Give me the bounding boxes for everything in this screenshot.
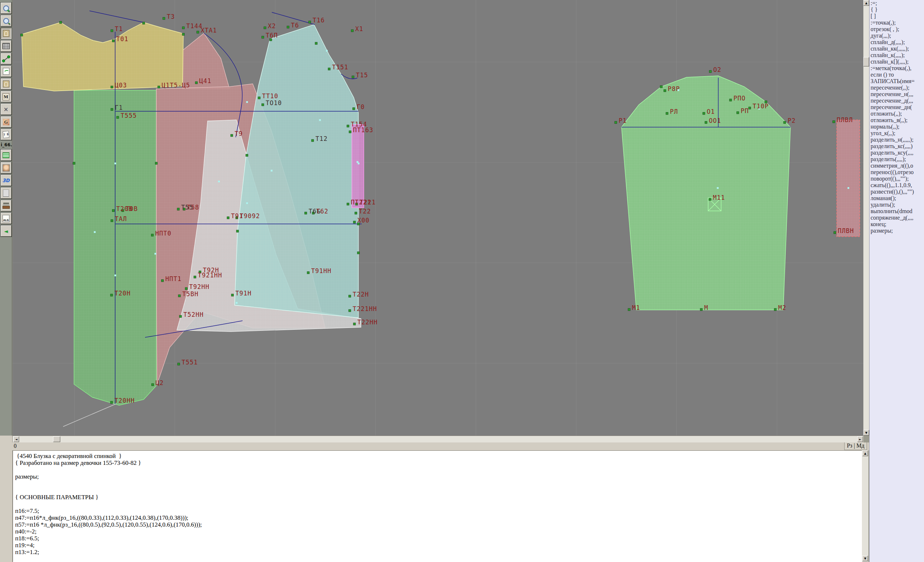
operator-item[interactable]: перенос((),отрезо bbox=[870, 169, 924, 176]
zoom-out-icon[interactable]: - bbox=[1, 15, 12, 26]
point-marker bbox=[347, 203, 349, 205]
operator-item[interactable]: дуга(,,,); bbox=[870, 33, 924, 39]
operator-item[interactable]: отложить_в(,,); bbox=[870, 117, 924, 123]
operator-item[interactable]: отложить(,,); bbox=[870, 111, 924, 117]
point-label: Т6 bbox=[291, 22, 299, 29]
export-icon[interactable]: ◄ bbox=[1, 225, 12, 237]
operator-item[interactable]: :=; bbox=[870, 0, 924, 6]
scroll-down-icon[interactable]: ▼ bbox=[863, 430, 869, 436]
books-icon[interactable] bbox=[1, 200, 12, 211]
grid-icon[interactable] bbox=[1, 41, 12, 52]
piece-right-strip[interactable] bbox=[837, 120, 860, 237]
point-label: Т9092 bbox=[240, 212, 260, 219]
operator-item[interactable]: ЗАПИСАТЬ(имя= bbox=[870, 78, 924, 84]
operator-item[interactable]: поворот((),,,""); bbox=[870, 176, 924, 182]
point-label: Т15 bbox=[356, 72, 368, 79]
editor-vscrollbar[interactable]: ▲ ▼ bbox=[862, 451, 868, 562]
point-marker bbox=[304, 212, 307, 214]
sketch-icon[interactable] bbox=[1, 66, 12, 77]
point-label: Т01 bbox=[116, 35, 129, 43]
mode-button-Мд[interactable]: Мд bbox=[856, 442, 864, 449]
preview-icon[interactable] bbox=[1, 28, 12, 39]
scroll-left-icon[interactable]: ◄ bbox=[14, 436, 19, 442]
point-marker bbox=[227, 217, 229, 219]
canvas-hscrollbar[interactable]: ◄ ► bbox=[13, 436, 863, 442]
operator-item[interactable]: разделить_кс(,,,,) bbox=[870, 143, 924, 150]
scroll-up-icon[interactable]: ▲ bbox=[863, 0, 869, 6]
alg-doc-icon[interactable]: ALG bbox=[1, 213, 12, 224]
zoom-in-icon[interactable]: + bbox=[1, 3, 12, 14]
point-label: Т22Н bbox=[352, 291, 369, 298]
editor-line: п18:=6.5; bbox=[15, 535, 861, 542]
operator-item[interactable]: :=метка(точка(,), bbox=[870, 65, 924, 72]
operator-item[interactable]: сопряжение_д(,,,, bbox=[870, 215, 924, 221]
operator-item[interactable]: отрезок( , ); bbox=[870, 26, 924, 33]
scroll-down-icon[interactable]: ▼ bbox=[862, 556, 868, 561]
operator-item[interactable]: разделить_н(,,,,,); bbox=[870, 137, 924, 143]
point-label: Ц03 bbox=[115, 82, 127, 89]
operator-item[interactable]: сплайн_к[](,,,,); bbox=[870, 59, 924, 65]
point-marker bbox=[709, 71, 711, 73]
operator-item[interactable]: сплайн_к(,,,,); bbox=[870, 52, 924, 59]
point-marker bbox=[178, 363, 180, 365]
measure-icon[interactable] bbox=[1, 53, 12, 64]
operator-item[interactable]: нормаль(,,); bbox=[870, 123, 924, 130]
mode-button-Рз[interactable]: Рз bbox=[847, 442, 852, 449]
operator-item[interactable]: сплайн_д(,,,,); bbox=[870, 39, 924, 45]
operator-item[interactable]: развести((),(),,,"") bbox=[870, 189, 924, 195]
operator-item[interactable]: удалить(); bbox=[870, 201, 924, 208]
operator-item[interactable]: пересечение_дн( bbox=[870, 104, 924, 111]
point-label: Г0 bbox=[357, 103, 364, 111]
calc-sheet-icon[interactable]: 7 8 bbox=[1, 129, 12, 140]
drawing-canvas[interactable]: Т3Т144ХТА1Т1Т01Х2Т6Т16Х1Т6ПТ151Т15Ц03Ц1Т… bbox=[13, 0, 863, 436]
operator-item[interactable]: выполнить(dmod bbox=[870, 208, 924, 215]
m-doc-icon[interactable]: M bbox=[1, 91, 12, 102]
hscroll-thumb[interactable] bbox=[53, 436, 60, 442]
point-marker bbox=[179, 315, 182, 317]
operator-item[interactable]: если () то bbox=[870, 72, 924, 78]
vscroll-thumb[interactable] bbox=[863, 57, 869, 66]
operator-item[interactable]: разделить_ксу(,,,, bbox=[870, 150, 924, 156]
canvas-vscrollbar[interactable]: ▲ ▼ bbox=[863, 0, 869, 436]
operator-item[interactable]: :=точка(,); bbox=[870, 20, 924, 26]
operator-item[interactable]: сплайн_кк(,,,,,); bbox=[870, 45, 924, 52]
cutting-tools-icon[interactable]: × bbox=[1, 104, 12, 115]
mode-toggle[interactable]: Рз | Мд bbox=[844, 442, 867, 450]
operator-item[interactable]: пересечение_н(,,, bbox=[870, 91, 924, 98]
operator-item[interactable]: пересечение_д(,,, bbox=[870, 98, 924, 104]
3d-icon[interactable]: 3D bbox=[1, 175, 12, 186]
point-marker bbox=[351, 30, 353, 32]
point-marker bbox=[163, 17, 165, 20]
piece-sleeve[interactable] bbox=[621, 76, 790, 310]
piece-back-yoke[interactable] bbox=[22, 23, 183, 91]
point-label: НПТ0 bbox=[155, 230, 171, 237]
point-label: Р8Р bbox=[668, 85, 680, 92]
editor-line bbox=[15, 480, 861, 487]
operator-item[interactable]: { } bbox=[870, 6, 924, 13]
scroll-right-icon[interactable]: ► bbox=[857, 436, 863, 442]
point-marker bbox=[152, 383, 154, 386]
pattern-piece-icon[interactable] bbox=[1, 78, 12, 90]
operator-item[interactable]: [ ] bbox=[870, 13, 924, 20]
point-marker bbox=[158, 86, 160, 88]
operator-item[interactable]: ломаная(); bbox=[870, 195, 924, 201]
point-marker bbox=[729, 99, 732, 101]
operator-item[interactable]: симметрия_л((),о bbox=[870, 162, 924, 169]
operator-item[interactable]: сжать((),,,1.1,0.9, bbox=[870, 182, 924, 189]
algorithm-editor[interactable]: {4540 Блузка с декоративной спинкой }{ Р… bbox=[13, 451, 862, 562]
text-doc-icon[interactable] bbox=[1, 188, 12, 198]
operator-item[interactable]: размеры; bbox=[870, 228, 924, 234]
size-table-icon[interactable] bbox=[1, 150, 12, 161]
piece-mid-magenta-strip[interactable] bbox=[352, 125, 364, 208]
operator-item[interactable]: пересечение(,,); bbox=[870, 84, 924, 91]
photo-icon[interactable] bbox=[1, 162, 12, 173]
operator-item[interactable]: угол_к(,,); bbox=[870, 130, 924, 137]
point-label: М bbox=[704, 304, 708, 311]
operator-item[interactable]: конец; bbox=[870, 221, 924, 228]
g-model-icon[interactable]: G bbox=[1, 116, 12, 128]
point-marker bbox=[355, 212, 357, 214]
scroll-up-icon[interactable]: ▲ bbox=[862, 451, 868, 456]
operator-item[interactable]: разделить(,,,,); bbox=[870, 156, 924, 162]
point-marker bbox=[195, 82, 197, 84]
mode-separator: | bbox=[852, 442, 856, 449]
